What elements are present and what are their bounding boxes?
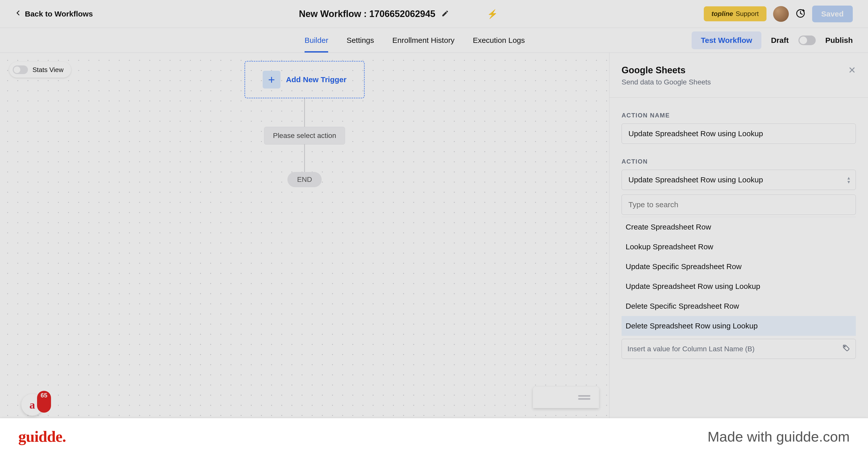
option-label: Update Spreadsheet Row using Lookup — [626, 282, 760, 290]
plus-icon: + — [263, 71, 280, 89]
tab-label: Builder — [305, 36, 328, 45]
chevron-left-icon — [15, 9, 21, 19]
tab-enrollment-history[interactable]: Enrollment History — [392, 28, 455, 53]
draft-label: Draft — [771, 36, 789, 45]
chevron-updown-icon: ▴▾ — [847, 176, 850, 184]
dropdown-option[interactable]: Create Spreadsheet Row — [622, 217, 856, 237]
support-label: Support — [736, 10, 759, 18]
option-label: Update Specific Spreadsheet Row — [626, 262, 742, 271]
top-bar: Back to Workflows New Workflow : 1706652… — [0, 0, 868, 28]
connector-line — [304, 98, 305, 127]
history-icon[interactable] — [796, 8, 806, 20]
close-icon[interactable]: ✕ — [848, 65, 856, 75]
action-select-value: Update Spreadsheet Row using Lookup — [628, 175, 763, 184]
tab-label: Enrollment History — [392, 36, 455, 45]
back-to-workflows-button[interactable]: Back to Workflows — [15, 9, 93, 19]
action-label: ACTION — [622, 158, 856, 165]
saved-label: Saved — [821, 10, 844, 18]
workflow-title-text: New Workflow : 1706652062945 — [299, 9, 436, 19]
notification-count: 65 — [37, 391, 51, 413]
workflow-canvas[interactable]: Stats View + Add New Trigger Please sele… — [0, 53, 609, 418]
bolt-icon: ⚡ — [487, 9, 498, 19]
notif-letter: a — [29, 398, 35, 411]
dropdown-option[interactable]: Delete Specific Spreadsheet Row — [622, 296, 856, 316]
add-trigger-box[interactable]: + Add New Trigger — [244, 61, 365, 98]
action-search-box[interactable] — [622, 195, 856, 215]
option-label: Delete Spreadsheet Row using Lookup — [626, 322, 757, 330]
main-area: Stats View + Add New Trigger Please sele… — [0, 53, 868, 418]
panel-subtitle: Send data to Google Sheets — [622, 78, 711, 86]
action-search-input[interactable] — [622, 195, 856, 215]
dropdown-option[interactable]: Update Spreadsheet Row using Lookup — [622, 277, 856, 296]
side-panel: Google Sheets Send data to Google Sheets… — [609, 53, 868, 418]
column-value-input[interactable]: Insert a value for Column Last Name (B) — [622, 339, 856, 359]
dropdown-option[interactable]: Lookup Spreadsheet Row — [622, 237, 856, 257]
option-label: Lookup Spreadsheet Row — [626, 242, 713, 251]
back-label: Back to Workflows — [25, 10, 93, 18]
end-label: END — [297, 175, 312, 183]
select-action-chip[interactable]: Please select action — [264, 127, 345, 144]
tab-label: Settings — [346, 36, 374, 45]
saved-button[interactable]: Saved — [812, 6, 853, 22]
action-name-input[interactable] — [622, 124, 856, 144]
edit-icon[interactable] — [441, 10, 449, 18]
tab-builder[interactable]: Builder — [305, 28, 328, 53]
dropdown-option-delete-lookup[interactable]: Delete Spreadsheet Row using Lookup — [622, 316, 856, 336]
action-select[interactable]: Update Spreadsheet Row using Lookup ▴▾ — [622, 170, 856, 190]
column-value-placeholder: Insert a value for Column Last Name (B) — [627, 345, 754, 353]
tab-execution-logs[interactable]: Execution Logs — [473, 28, 525, 53]
svg-point-1 — [844, 346, 845, 347]
tab-settings[interactable]: Settings — [346, 28, 374, 53]
select-action-label: Please select action — [273, 132, 336, 139]
drag-handle-icon — [578, 394, 590, 401]
stats-view-toggle[interactable] — [13, 65, 28, 74]
option-label: Delete Specific Spreadsheet Row — [626, 302, 739, 310]
dropdown-option[interactable]: Update Specific Spreadsheet Row — [622, 257, 856, 277]
guidde-logo: guidde. — [18, 428, 66, 446]
publish-label: Publish — [825, 36, 853, 45]
floating-panel-handle[interactable] — [533, 387, 599, 408]
end-node: END — [287, 172, 321, 187]
workflow-title: New Workflow : 1706652062945 — [299, 9, 449, 19]
test-label: Test Workflow — [701, 36, 752, 44]
action-name-label: ACTION NAME — [622, 112, 856, 119]
avatar[interactable] — [773, 6, 789, 22]
footer-bar: guidde. Made with guidde.com — [0, 418, 868, 455]
tag-icon[interactable] — [842, 344, 850, 354]
support-button[interactable]: topline Support — [704, 6, 766, 21]
option-label: Create Spreadsheet Row — [626, 223, 711, 231]
add-trigger-label: Add New Trigger — [286, 75, 346, 84]
support-brand: topline — [711, 10, 733, 18]
stats-view-pill[interactable]: Stats View — [9, 62, 71, 77]
publish-toggle[interactable] — [799, 35, 816, 45]
made-with-label: Made with guidde.com — [708, 428, 850, 445]
connector-line — [304, 144, 305, 172]
tab-label: Execution Logs — [473, 36, 525, 45]
tab-bar: Builder Settings Enrollment History Exec… — [0, 28, 868, 53]
action-dropdown-list: Create Spreadsheet Row Lookup Spreadshee… — [622, 217, 856, 336]
panel-title: Google Sheets — [622, 65, 711, 75]
test-workflow-button[interactable]: Test Workflow — [692, 31, 761, 49]
stats-view-label: Stats View — [32, 66, 63, 74]
divider — [609, 97, 868, 98]
notification-badge[interactable]: a 65 — [21, 394, 57, 416]
